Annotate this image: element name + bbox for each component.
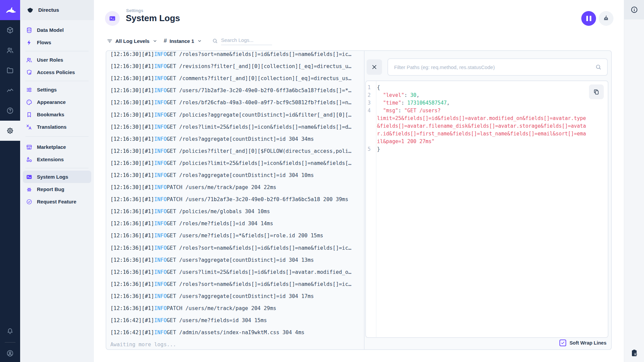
instance-filter[interactable]: # Instance 1 bbox=[164, 36, 202, 46]
code-line: "msg": "GET /users?limit=25&fields[]=id&… bbox=[373, 107, 608, 145]
sidebar-item-bookmarks[interactable]: Bookmarks bbox=[23, 108, 91, 121]
log-row[interactable]: [12:16:36] [#1] INFO GET /users?aggregat… bbox=[110, 254, 364, 266]
activity-log-button[interactable] bbox=[624, 349, 644, 357]
sidebar-divider bbox=[25, 136, 89, 137]
module-content[interactable] bbox=[0, 20, 20, 40]
sidebar-item-system-logs[interactable]: System Logs bbox=[23, 171, 91, 183]
log-row[interactable]: [12:16:30] [#1] INFO GET /policies?limit… bbox=[110, 157, 364, 169]
line-number: 2 bbox=[366, 92, 373, 99]
project-switcher[interactable]: Directus bbox=[20, 0, 94, 20]
log-level-filter-label: All Log Levels bbox=[115, 38, 150, 44]
module-insights[interactable] bbox=[0, 80, 20, 101]
line-number: 1 bbox=[366, 84, 373, 92]
search-logs-input[interactable] bbox=[221, 37, 272, 45]
palette-icon bbox=[26, 99, 33, 106]
storefront-icon bbox=[26, 144, 33, 150]
module-settings[interactable] bbox=[0, 121, 20, 141]
log-row[interactable]: [12:16:36] [#1] INFO PATCH /users/me/tra… bbox=[110, 302, 364, 314]
sidebar-item-label: Translations bbox=[37, 124, 66, 130]
instance-filter-label: Instance 1 bbox=[169, 38, 194, 44]
module-bar-divider bbox=[5, 342, 15, 343]
sidebar-item-appearance[interactable]: Appearance bbox=[23, 96, 91, 108]
log-row[interactable]: [12:16:36] [#1] INFO GET /roles?sort=nam… bbox=[110, 278, 364, 290]
filter-paths-input[interactable] bbox=[388, 64, 595, 70]
log-row[interactable]: [12:16:36] [#1] INFO GET /roles?sort=nam… bbox=[110, 242, 364, 254]
sidebar-item-flows[interactable]: Flows bbox=[23, 36, 91, 49]
sidebar-item-data-model[interactable]: Data Model bbox=[23, 24, 91, 36]
sidebar-item-extensions[interactable]: Extensions bbox=[23, 153, 91, 166]
log-row[interactable]: [12:16:30] [#1] INFO GET /roles?aggregat… bbox=[110, 133, 364, 145]
sidebar-divider bbox=[25, 51, 89, 51]
line-number: 3 bbox=[366, 99, 373, 107]
notifications-button[interactable] bbox=[0, 321, 20, 341]
tune-icon bbox=[26, 86, 33, 93]
sidebar-item-report-bug[interactable]: Report Bug bbox=[23, 183, 91, 195]
page-icon-badge bbox=[105, 11, 120, 26]
breadcrumb[interactable]: Settings bbox=[126, 8, 143, 13]
sidebar-item-label: Settings bbox=[37, 87, 57, 93]
project-name: Directus bbox=[38, 7, 59, 13]
log-row[interactable]: [12:16:30] [#1] INFO GET /roles?limit=25… bbox=[110, 121, 364, 133]
bug-icon bbox=[26, 186, 33, 193]
hash-icon: # bbox=[164, 38, 167, 44]
log-row[interactable]: [12:16:36] [#1] INFO PATCH /users/71b2af… bbox=[110, 193, 364, 205]
log-row[interactable]: [12:16:36] [#1] INFO GET /users/me?field… bbox=[110, 230, 364, 242]
bookmark-icon bbox=[26, 111, 33, 118]
log-row[interactable]: [12:16:30] [#1] INFO GET /users/71b2af3e… bbox=[110, 84, 364, 97]
main-content: Settings System Logs All Log Levels # In… bbox=[94, 0, 624, 362]
search-icon bbox=[212, 38, 218, 44]
module-bar bbox=[0, 0, 20, 362]
module-help[interactable] bbox=[0, 101, 20, 121]
log-row[interactable]: [12:16:30] [#1] INFO GET /policies?aggre… bbox=[110, 109, 364, 121]
close-detail-button[interactable] bbox=[367, 59, 382, 75]
translate-icon bbox=[26, 124, 33, 130]
sidebar-item-user-roles[interactable]: User Roles bbox=[23, 54, 91, 66]
log-row[interactable]: [12:16:36] [#1] INFO GET /roles/me?field… bbox=[110, 218, 364, 230]
log-level-filter[interactable]: All Log Levels bbox=[107, 36, 158, 46]
user-roles-icon bbox=[26, 57, 33, 63]
bolt-icon bbox=[26, 39, 33, 46]
log-row[interactable]: [12:16:42] [#1] INFO GET /admin/assets/i… bbox=[110, 326, 364, 339]
code-line: { bbox=[373, 84, 608, 92]
sidebar-item-translations[interactable]: Translations bbox=[23, 121, 91, 133]
clear-logs-button[interactable] bbox=[599, 11, 613, 26]
pause-icon bbox=[586, 16, 588, 21]
sidebar-item-request-feature[interactable]: Request Feature bbox=[23, 195, 91, 208]
settings-nav-sidebar: Directus Data Model Flows User Roles Acc… bbox=[20, 0, 94, 362]
log-row[interactable]: [12:16:36] [#1] INFO GET /users?limit=25… bbox=[110, 266, 364, 278]
feature-icon bbox=[26, 198, 33, 205]
soft-wrap-checkbox[interactable] bbox=[559, 340, 566, 346]
log-row[interactable]: [12:16:30] [#1] INFO PATCH /users/me/tra… bbox=[110, 181, 364, 193]
box-icon bbox=[6, 26, 14, 34]
log-row[interactable]: [12:16:30] [#1] INFO GET /roles?sort=nam… bbox=[110, 51, 364, 60]
logs-panel: [12:16:30] [#1] INFO GET /roles?sort=nam… bbox=[106, 50, 612, 350]
log-row[interactable]: [12:16:30] [#1] INFO GET /policies?filte… bbox=[110, 145, 364, 157]
sidebar-item-access-policies[interactable]: Access Policies bbox=[23, 66, 91, 78]
code-line: "time": 1731064587547, bbox=[373, 99, 608, 107]
check-icon bbox=[560, 341, 565, 345]
sidebar-item-label: Extensions bbox=[37, 157, 64, 162]
pause-logs-button[interactable] bbox=[581, 11, 596, 26]
log-row[interactable]: [12:16:42] [#1] INFO GET /users/me?field… bbox=[110, 314, 364, 326]
module-users[interactable] bbox=[0, 40, 20, 60]
chevron-down-icon bbox=[152, 38, 158, 44]
log-row[interactable]: [12:16:30] [#1] INFO GET /roles?aggregat… bbox=[110, 169, 364, 181]
module-files[interactable] bbox=[0, 60, 20, 80]
help-icon bbox=[6, 107, 14, 115]
log-row[interactable]: [12:16:36] [#1] INFO GET /users?aggregat… bbox=[110, 290, 364, 302]
clipboard-clock-icon bbox=[630, 349, 639, 357]
line-number: 4 bbox=[366, 107, 373, 145]
log-row[interactable]: [12:16:30] [#1] INFO GET /revisions?filt… bbox=[110, 60, 364, 72]
copy-button[interactable] bbox=[589, 84, 604, 99]
pause-icon bbox=[590, 16, 591, 21]
user-avatar-button[interactable] bbox=[0, 343, 20, 362]
log-row[interactable]: [12:16:36] [#1] INFO GET /policies/me/gl… bbox=[110, 205, 364, 218]
code-line: "level": 30, bbox=[373, 92, 608, 99]
log-row[interactable]: [12:16:30] [#1] INFO GET /comments?filte… bbox=[110, 72, 364, 84]
directus-logo[interactable] bbox=[0, 0, 20, 20]
sidebar-item-marketplace[interactable]: Marketplace bbox=[23, 141, 91, 153]
sidebar-item-settings[interactable]: Settings bbox=[23, 83, 91, 96]
log-row[interactable]: [12:16:30] [#1] INFO GET /roles/bf26cfab… bbox=[110, 97, 364, 109]
log-detail-code: 1{2 "level": 30,3 "time": 1731064587547,… bbox=[365, 80, 608, 338]
info-sidebar-button[interactable] bbox=[624, 0, 644, 19]
